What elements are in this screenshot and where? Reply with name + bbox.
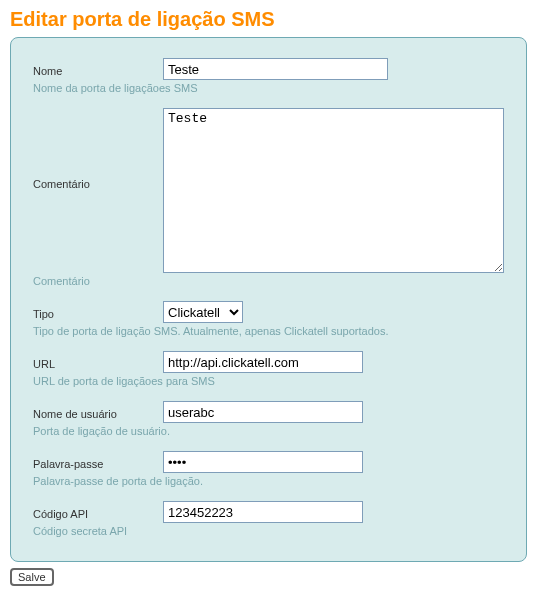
page-title: Editar porta de ligação SMS [10,8,527,31]
name-input[interactable] [163,58,388,80]
api-input[interactable] [163,501,363,523]
name-label: Nome [33,62,163,77]
username-input[interactable] [163,401,363,423]
comment-hint: Comentário [33,275,504,287]
url-label: URL [33,355,163,370]
form-panel: Nome Nome da porta de ligaçãoes SMS Come… [10,37,527,562]
api-label: Código API [33,505,163,520]
type-hint: Tipo de porta de ligação SMS. Atualmente… [33,325,504,337]
username-label: Nome de usuário [33,405,163,420]
comment-textarea[interactable] [163,108,504,273]
password-hint: Palavra-passe de porta de ligação. [33,475,504,487]
password-input[interactable] [163,451,363,473]
comment-label: Comentário [33,108,163,190]
type-select[interactable]: Clickatell [163,301,243,323]
api-hint: Código secreta API [33,525,504,537]
username-hint: Porta de ligação de usuário. [33,425,504,437]
url-input[interactable] [163,351,363,373]
save-button[interactable]: Salve [10,568,54,586]
password-label: Palavra-passe [33,455,163,470]
name-hint: Nome da porta de ligaçãoes SMS [33,82,504,94]
url-hint: URL de porta de ligaçãoes para SMS [33,375,504,387]
type-label: Tipo [33,305,163,320]
